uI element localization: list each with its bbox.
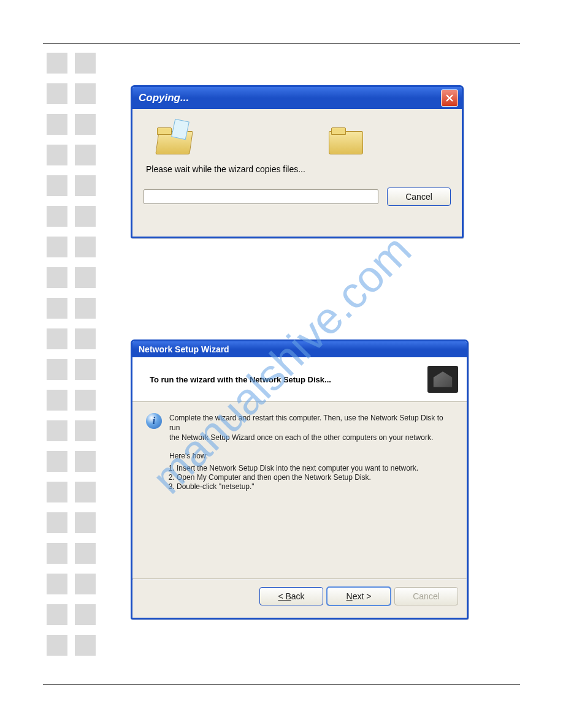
network-setup-wizard-dialog: Network Setup Wizard To run the wizard w… — [131, 339, 469, 620]
source-folder-icon — [155, 126, 188, 153]
progress-bar — [144, 189, 378, 204]
copying-title: Copying... — [139, 92, 189, 104]
network-devices-icon — [427, 366, 458, 393]
wizard-button-row: < Back Next > Cancel — [132, 580, 467, 613]
wizard-titlebar: Network Setup Wizard — [132, 341, 467, 357]
copy-animation-icons — [144, 116, 451, 153]
step-2: Open My Computer and then open the Netwo… — [177, 473, 453, 482]
decorative-squares — [47, 53, 96, 656]
cancel-button[interactable]: Cancel — [387, 188, 451, 206]
copying-titlebar: Copying... — [132, 87, 462, 109]
destination-folder-icon — [329, 126, 362, 153]
wizard-info-text: Complete the wizard and restart this com… — [169, 413, 453, 443]
info-icon: i — [146, 413, 162, 429]
wizard-title: Network Setup Wizard — [139, 344, 229, 354]
step-1: Insert the Network Setup Disk into the n… — [177, 464, 453, 472]
wizard-info-line2: the Network Setup Wizard once on each of… — [169, 433, 433, 442]
heres-how-label: Here's how: — [169, 452, 453, 460]
instruction-steps: Insert the Network Setup Disk into the n… — [177, 464, 453, 491]
close-button[interactable] — [441, 89, 458, 107]
wizard-header-title: To run the wizard with the Network Setup… — [150, 375, 331, 384]
copying-message: Please wait while the wizard copies file… — [146, 164, 451, 174]
wizard-body: i Complete the wizard and restart this c… — [132, 402, 467, 578]
wizard-header: To run the wizard with the Network Setup… — [132, 357, 467, 402]
next-button[interactable]: Next > — [327, 587, 391, 605]
wizard-cancel-button: Cancel — [394, 587, 458, 605]
wizard-info-line1: Complete the wizard and restart this com… — [169, 414, 443, 432]
back-button[interactable]: < Back — [259, 587, 323, 605]
copying-dialog: Copying... Please wait while the wizard … — [131, 85, 464, 238]
step-3: Double-click "netsetup." — [177, 482, 453, 491]
